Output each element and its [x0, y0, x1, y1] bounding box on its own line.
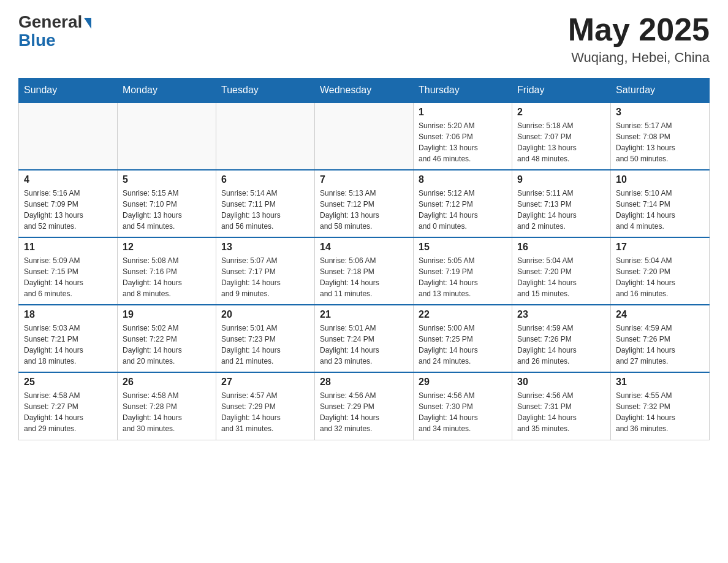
day-number: 22 — [419, 309, 507, 320]
calendar-cell: 5Sunrise: 5:15 AM Sunset: 7:10 PM Daylig… — [118, 170, 216, 237]
day-info: Sunrise: 4:58 AM Sunset: 7:27 PM Dayligh… — [24, 390, 112, 434]
day-number: 15 — [419, 242, 507, 253]
day-info: Sunrise: 4:57 AM Sunset: 7:29 PM Dayligh… — [221, 390, 309, 434]
day-number: 6 — [221, 174, 309, 185]
day-info: Sunrise: 5:18 AM Sunset: 7:07 PM Dayligh… — [517, 120, 605, 164]
day-number: 29 — [419, 377, 507, 388]
day-info: Sunrise: 4:56 AM Sunset: 7:31 PM Dayligh… — [517, 390, 605, 434]
calendar-cell: 30Sunrise: 4:56 AM Sunset: 7:31 PM Dayli… — [512, 372, 611, 440]
day-number: 13 — [221, 242, 309, 253]
day-number: 30 — [517, 377, 605, 388]
calendar-cell: 22Sunrise: 5:00 AM Sunset: 7:25 PM Dayli… — [414, 305, 512, 372]
calendar-cell: 19Sunrise: 5:02 AM Sunset: 7:22 PM Dayli… — [118, 305, 216, 372]
day-number: 26 — [123, 377, 211, 388]
logo-arrow-icon — [84, 18, 91, 29]
calendar-cell — [315, 102, 414, 170]
calendar-cell: 28Sunrise: 4:56 AM Sunset: 7:29 PM Dayli… — [315, 372, 414, 440]
day-info: Sunrise: 5:12 AM Sunset: 7:12 PM Dayligh… — [419, 188, 507, 232]
day-info: Sunrise: 4:59 AM Sunset: 7:26 PM Dayligh… — [517, 323, 605, 367]
calendar-cell: 3Sunrise: 5:17 AM Sunset: 7:08 PM Daylig… — [611, 102, 710, 170]
day-number: 7 — [320, 174, 408, 185]
calendar-week-row: 18Sunrise: 5:03 AM Sunset: 7:21 PM Dayli… — [19, 305, 710, 372]
calendar-cell: 9Sunrise: 5:11 AM Sunset: 7:13 PM Daylig… — [512, 170, 611, 237]
day-info: Sunrise: 5:20 AM Sunset: 7:06 PM Dayligh… — [419, 120, 507, 164]
calendar-header-monday: Monday — [118, 79, 216, 103]
day-info: Sunrise: 5:14 AM Sunset: 7:11 PM Dayligh… — [221, 188, 309, 232]
day-info: Sunrise: 5:15 AM Sunset: 7:10 PM Dayligh… — [123, 188, 211, 232]
day-number: 5 — [123, 174, 211, 185]
day-number: 21 — [320, 309, 408, 320]
calendar-cell: 7Sunrise: 5:13 AM Sunset: 7:12 PM Daylig… — [315, 170, 414, 237]
calendar-week-row: 1Sunrise: 5:20 AM Sunset: 7:06 PM Daylig… — [19, 102, 710, 170]
day-info: Sunrise: 5:06 AM Sunset: 7:18 PM Dayligh… — [320, 255, 408, 299]
logo-general-text: General — [18, 12, 82, 32]
calendar-cell: 11Sunrise: 5:09 AM Sunset: 7:15 PM Dayli… — [19, 237, 118, 305]
day-number: 16 — [517, 242, 605, 253]
calendar-header-friday: Friday — [512, 79, 611, 103]
day-info: Sunrise: 5:00 AM Sunset: 7:25 PM Dayligh… — [419, 323, 507, 367]
calendar-cell: 25Sunrise: 4:58 AM Sunset: 7:27 PM Dayli… — [19, 372, 118, 440]
day-info: Sunrise: 5:04 AM Sunset: 7:20 PM Dayligh… — [517, 255, 605, 299]
calendar-cell: 15Sunrise: 5:05 AM Sunset: 7:19 PM Dayli… — [414, 237, 512, 305]
day-info: Sunrise: 5:07 AM Sunset: 7:17 PM Dayligh… — [221, 255, 309, 299]
calendar-cell: 13Sunrise: 5:07 AM Sunset: 7:17 PM Dayli… — [216, 237, 315, 305]
calendar-cell: 21Sunrise: 5:01 AM Sunset: 7:24 PM Dayli… — [315, 305, 414, 372]
day-info: Sunrise: 5:05 AM Sunset: 7:19 PM Dayligh… — [419, 255, 507, 299]
logo-blue-text: Blue — [18, 31, 56, 50]
day-number: 17 — [616, 242, 704, 253]
day-info: Sunrise: 5:11 AM Sunset: 7:13 PM Dayligh… — [517, 188, 605, 232]
day-number: 28 — [320, 377, 408, 388]
calendar-cell: 2Sunrise: 5:18 AM Sunset: 7:07 PM Daylig… — [512, 102, 611, 170]
day-number: 24 — [616, 309, 704, 320]
day-number: 2 — [517, 107, 605, 118]
calendar-header-sunday: Sunday — [19, 79, 118, 103]
calendar-cell: 10Sunrise: 5:10 AM Sunset: 7:14 PM Dayli… — [611, 170, 710, 237]
calendar-week-row: 11Sunrise: 5:09 AM Sunset: 7:15 PM Dayli… — [19, 237, 710, 305]
calendar-cell: 16Sunrise: 5:04 AM Sunset: 7:20 PM Dayli… — [512, 237, 611, 305]
title-section: May 2025 Wuqiang, Hebei, China — [568, 12, 710, 66]
calendar-cell: 23Sunrise: 4:59 AM Sunset: 7:26 PM Dayli… — [512, 305, 611, 372]
calendar-table: SundayMondayTuesdayWednesdayThursdayFrid… — [18, 78, 710, 440]
calendar-cell: 24Sunrise: 4:59 AM Sunset: 7:26 PM Dayli… — [611, 305, 710, 372]
calendar-week-row: 4Sunrise: 5:16 AM Sunset: 7:09 PM Daylig… — [19, 170, 710, 237]
day-info: Sunrise: 5:16 AM Sunset: 7:09 PM Dayligh… — [24, 188, 112, 232]
day-info: Sunrise: 4:55 AM Sunset: 7:32 PM Dayligh… — [616, 390, 704, 434]
calendar-cell: 8Sunrise: 5:12 AM Sunset: 7:12 PM Daylig… — [414, 170, 512, 237]
day-info: Sunrise: 5:01 AM Sunset: 7:24 PM Dayligh… — [320, 323, 408, 367]
calendar-cell: 27Sunrise: 4:57 AM Sunset: 7:29 PM Dayli… — [216, 372, 315, 440]
day-info: Sunrise: 5:09 AM Sunset: 7:15 PM Dayligh… — [24, 255, 112, 299]
logo: General Blue — [18, 12, 91, 50]
calendar-cell — [19, 102, 118, 170]
day-number: 20 — [221, 309, 309, 320]
calendar-week-row: 25Sunrise: 4:58 AM Sunset: 7:27 PM Dayli… — [19, 372, 710, 440]
calendar-cell: 29Sunrise: 4:56 AM Sunset: 7:30 PM Dayli… — [414, 372, 512, 440]
day-info: Sunrise: 5:10 AM Sunset: 7:14 PM Dayligh… — [616, 188, 704, 232]
day-info: Sunrise: 4:56 AM Sunset: 7:30 PM Dayligh… — [419, 390, 507, 434]
calendar-header-wednesday: Wednesday — [315, 79, 414, 103]
day-number: 8 — [419, 174, 507, 185]
day-number: 23 — [517, 309, 605, 320]
page-header: General Blue May 2025 Wuqiang, Hebei, Ch… — [18, 12, 710, 66]
day-number: 19 — [123, 309, 211, 320]
day-info: Sunrise: 5:01 AM Sunset: 7:23 PM Dayligh… — [221, 323, 309, 367]
day-info: Sunrise: 5:04 AM Sunset: 7:20 PM Dayligh… — [616, 255, 704, 299]
calendar-cell: 20Sunrise: 5:01 AM Sunset: 7:23 PM Dayli… — [216, 305, 315, 372]
day-info: Sunrise: 4:59 AM Sunset: 7:26 PM Dayligh… — [616, 323, 704, 367]
location-title: Wuqiang, Hebei, China — [568, 50, 710, 66]
day-info: Sunrise: 4:56 AM Sunset: 7:29 PM Dayligh… — [320, 390, 408, 434]
day-number: 11 — [24, 242, 112, 253]
day-number: 12 — [123, 242, 211, 253]
day-number: 18 — [24, 309, 112, 320]
calendar-header-thursday: Thursday — [414, 79, 512, 103]
calendar-cell: 26Sunrise: 4:58 AM Sunset: 7:28 PM Dayli… — [118, 372, 216, 440]
calendar-cell: 6Sunrise: 5:14 AM Sunset: 7:11 PM Daylig… — [216, 170, 315, 237]
calendar-header-row: SundayMondayTuesdayWednesdayThursdayFrid… — [19, 79, 710, 103]
calendar-cell: 1Sunrise: 5:20 AM Sunset: 7:06 PM Daylig… — [414, 102, 512, 170]
day-number: 4 — [24, 174, 112, 185]
calendar-cell: 31Sunrise: 4:55 AM Sunset: 7:32 PM Dayli… — [611, 372, 710, 440]
day-info: Sunrise: 5:13 AM Sunset: 7:12 PM Dayligh… — [320, 188, 408, 232]
day-info: Sunrise: 5:02 AM Sunset: 7:22 PM Dayligh… — [123, 323, 211, 367]
calendar-cell: 18Sunrise: 5:03 AM Sunset: 7:21 PM Dayli… — [19, 305, 118, 372]
calendar-cell — [216, 102, 315, 170]
calendar-header-tuesday: Tuesday — [216, 79, 315, 103]
